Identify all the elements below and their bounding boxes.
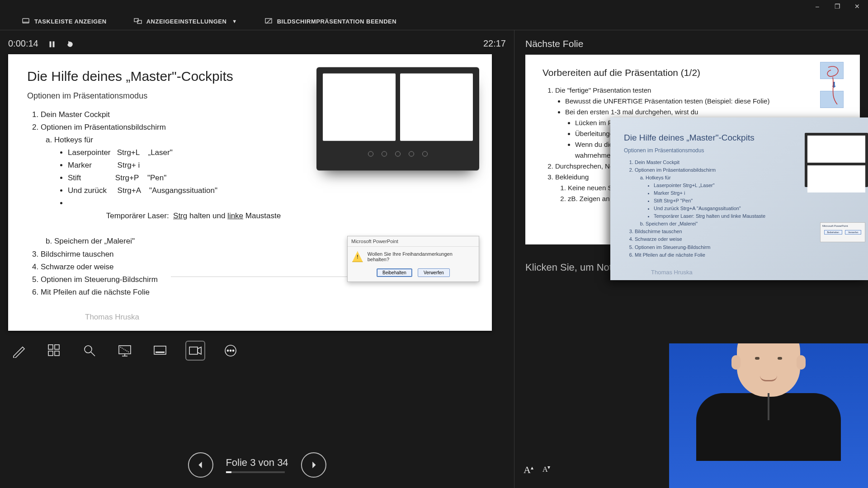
- subtitle-toggle-button[interactable]: [151, 342, 169, 360]
- current-slide[interactable]: Die Hilfe deines „Master"-Cockpits Optio…: [8, 54, 492, 331]
- svg-point-12: [85, 346, 92, 353]
- svg-rect-7: [53, 42, 54, 47]
- presenter-top-menu: TASKLEISTE ANZEIGEN ANZEIGEEINSTELLUNGEN…: [0, 13, 868, 30]
- presenter-thumbnail-image: [316, 67, 479, 171]
- reset-timer-button[interactable]: [66, 40, 75, 48]
- next-slide-title: Vorbereiten auf die Präsentation (1/2): [542, 67, 843, 78]
- dialog-title: Microsoft PowerPoint: [348, 236, 479, 247]
- chevron-down-icon: ▼: [232, 19, 237, 24]
- discard-button[interactable]: Verwerfen: [418, 268, 450, 277]
- keep-button[interactable]: Beibehalten: [377, 268, 412, 277]
- clock-time: 22:17: [483, 38, 506, 49]
- elapsed-time: 0:00:14: [8, 38, 38, 49]
- timer-bar: 0:00:14 22:17: [8, 38, 506, 49]
- diagram-sketch: ⬇: [820, 62, 847, 112]
- svg-rect-18: [154, 346, 166, 354]
- svg-rect-20: [189, 347, 198, 354]
- window-titlebar: – ❐ ✕: [0, 0, 868, 13]
- zoom-tool-button[interactable]: [80, 342, 99, 360]
- warning-icon: !: [352, 251, 363, 262]
- mini-dialog: Microsoft PowerPoint BeibehaltenVerwerfe…: [820, 222, 865, 242]
- list-item: Mit Pfeilen auf die nächste Folie: [41, 286, 473, 299]
- end-slideshow-button[interactable]: BILDSCHIRMPRÄSENTATION BEENDEN: [264, 17, 396, 25]
- close-button[interactable]: ✕: [854, 3, 861, 10]
- increase-font-button[interactable]: A▴: [524, 464, 533, 476]
- display-settings-label: ANZEIGEEINSTELLUNGEN: [146, 18, 227, 25]
- slide-counter: Folie 3 von 34: [226, 457, 288, 469]
- next-slide-header: Nächste Folie: [525, 38, 860, 49]
- svg-point-23: [227, 350, 228, 351]
- mini-presenter-thumb: [805, 133, 868, 187]
- minimize-button[interactable]: –: [814, 3, 821, 10]
- pen-tool-button[interactable]: [10, 342, 28, 360]
- show-taskbar-label: TASKLEISTE ANZEIGEN: [34, 18, 107, 25]
- previous-slide-button[interactable]: [188, 452, 213, 478]
- svg-marker-21: [198, 347, 201, 354]
- end-slideshow-icon: [264, 17, 273, 25]
- slide-author: Thomas Hruska: [85, 313, 139, 322]
- show-taskbar-button[interactable]: TASKLEISTE ANZEIGEN: [22, 17, 107, 25]
- leader-line: [171, 277, 361, 277]
- see-all-slides-button[interactable]: [45, 342, 63, 360]
- presenter-webcam[interactable]: [669, 343, 868, 488]
- display-settings-button[interactable]: ANZEIGEEINSTELLUNGEN ▼: [134, 17, 237, 25]
- dialog-message: Wollen Sie Ihre Freihandanmerkungen beha…: [368, 251, 474, 262]
- next-slide-button[interactable]: [301, 452, 326, 478]
- list-item: Stift Strg+P "Pen": [68, 172, 473, 184]
- svg-rect-19: [156, 352, 165, 353]
- list-item: Temporärer Laser: Strg halten und linke …: [68, 197, 473, 235]
- svg-rect-8: [48, 345, 53, 349]
- more-options-button[interactable]: [222, 342, 240, 360]
- slide-navigation: Folie 3 von 34: [188, 452, 326, 478]
- pause-timer-button[interactable]: [48, 40, 57, 48]
- black-screen-button[interactable]: [116, 342, 134, 360]
- camera-toggle-button[interactable]: [186, 342, 204, 360]
- svg-rect-9: [55, 345, 59, 349]
- decrease-font-button[interactable]: A▾: [542, 464, 551, 476]
- svg-point-24: [230, 350, 231, 351]
- svg-line-13: [91, 352, 95, 356]
- svg-point-25: [232, 350, 234, 351]
- end-slideshow-label: BILDSCHIRMPRÄSENTATION BEENDEN: [277, 18, 396, 25]
- svg-rect-10: [48, 351, 53, 356]
- svg-line-17: [120, 347, 129, 352]
- svg-rect-6: [50, 42, 51, 47]
- presenter-tools: [8, 331, 506, 371]
- projected-slide-photo: Die Hilfe deines „Master"-Cockpits Optio…: [610, 117, 868, 280]
- svg-rect-11: [55, 351, 59, 356]
- taskbar-icon: [22, 17, 30, 25]
- list-item: Und zurück Strg+A "Ausgangssituation": [68, 184, 473, 197]
- maximize-button[interactable]: ❐: [834, 3, 841, 10]
- notes-font-tools: A▴ A▾: [524, 464, 550, 476]
- slide-progress: [226, 471, 284, 473]
- ink-annotations-dialog: Microsoft PowerPoint ! Wollen Sie Ihre F…: [347, 236, 479, 282]
- display-settings-icon: [134, 17, 142, 25]
- current-slide-panel: 0:00:14 22:17 Die Hilfe deines „Master"-…: [0, 30, 514, 488]
